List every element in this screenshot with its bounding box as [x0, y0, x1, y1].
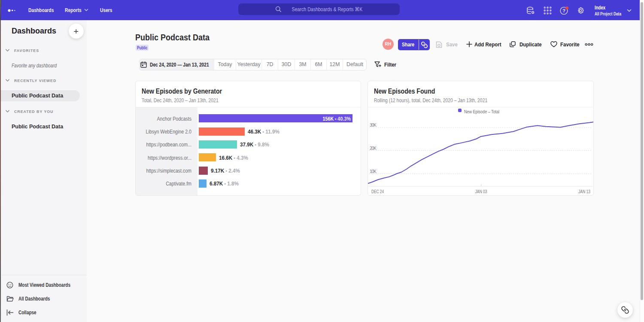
svg-text:JAN 13: JAN 13: [578, 189, 590, 194]
svg-text:20K: 20K: [370, 146, 377, 151]
svg-text:DEC 24: DEC 24: [371, 189, 384, 194]
svg-text:?: ?: [562, 8, 565, 13]
svg-text:10K: 10K: [370, 169, 377, 174]
svg-text:30K: 30K: [370, 122, 377, 128]
svg-text:JAN 03: JAN 03: [475, 189, 487, 194]
